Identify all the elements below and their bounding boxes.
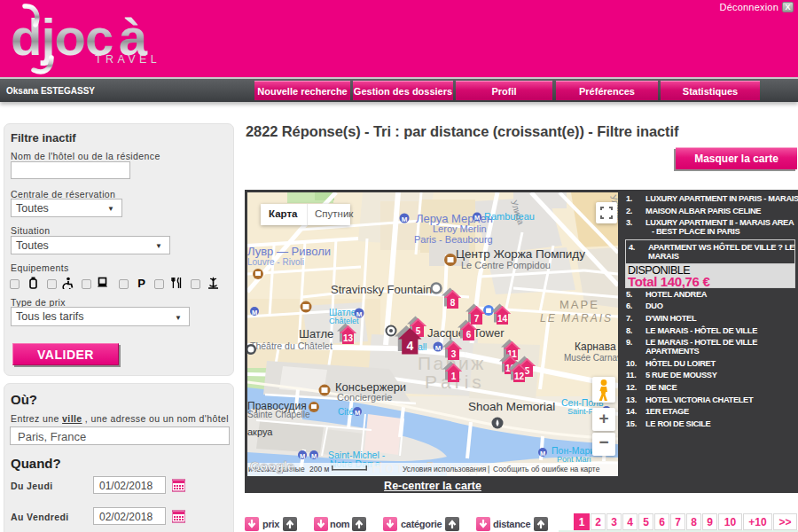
- svg-text:Conciergerie: Conciergerie: [337, 392, 392, 403]
- svg-text:M: M: [356, 310, 363, 318]
- svg-text:Центр Жоржа Помпиду: Центр Жоржа Помпиду: [456, 247, 585, 261]
- svg-text:Stravinsky Fountain: Stravinsky Fountain: [331, 283, 432, 296]
- svg-text:акруа: акруа: [247, 426, 273, 437]
- svg-text:Sainte Chapelle: Sainte Chapelle: [247, 410, 310, 419]
- svg-text:Musée Carnav: Musée Carnav: [564, 353, 618, 363]
- svg-text:M: M: [311, 452, 317, 460]
- svg-text:M: M: [474, 214, 480, 222]
- svg-text:Условия использования: Условия использования: [403, 465, 487, 473]
- svg-text:8: 8: [450, 298, 456, 308]
- svg-text:TRAVEL: TRAVEL: [95, 53, 160, 66]
- svg-text:Leroy Merlin: Leroy Merlin: [433, 223, 487, 234]
- svg-text:Shoah Memorial: Shoah Memorial: [468, 400, 555, 413]
- svg-text:1: 1: [451, 372, 457, 381]
- svg-text:Paris - Beaubourg: Paris - Beaubourg: [414, 234, 493, 245]
- svg-text:6: 6: [466, 330, 472, 340]
- svg-text:Le Centre Pompidou: Le Centre Pompidou: [461, 260, 551, 270]
- svg-text:M: M: [355, 409, 360, 417]
- svg-text:Châtelet: Châtelet: [329, 317, 359, 325]
- svg-text:14: 14: [497, 314, 508, 324]
- svg-text:M: M: [540, 450, 545, 458]
- svg-text:200 м: 200 м: [309, 465, 330, 473]
- svg-text:Cité: Cité: [338, 407, 354, 417]
- svg-text:5: 5: [416, 326, 421, 336]
- svg-text:LE MARAIS: LE MARAIS: [540, 312, 613, 325]
- svg-text:Карнава: Карнава: [575, 340, 616, 353]
- svg-text:Théâtre du Châtelet: Théâtre du Châtelet: [250, 340, 332, 351]
- svg-text:МАРЕ: МАРЕ: [559, 298, 599, 311]
- svg-text:Сообщить об ошибке на карте: Сообщить об ошибке на карте: [493, 465, 600, 473]
- svg-text:4: 4: [406, 339, 413, 353]
- svg-text:13: 13: [343, 333, 354, 343]
- svg-text:M: M: [300, 452, 305, 460]
- svg-text:M: M: [435, 344, 442, 352]
- svg-text:12: 12: [514, 372, 525, 381]
- svg-text:Шатле: Шатле: [299, 327, 333, 340]
- svg-text:P: P: [137, 277, 145, 289]
- svg-text:M: M: [402, 215, 408, 223]
- svg-text:Google: Google: [250, 459, 294, 473]
- svg-text:Лувр — Риволи: Лувр — Риволи: [247, 245, 331, 258]
- svg-text:Rambuteau: Rambuteau: [484, 211, 535, 222]
- svg-text:Louvre - Rivoli: Louvre - Rivoli: [247, 257, 304, 267]
- svg-text:|: |: [488, 465, 489, 473]
- svg-text:M: M: [252, 309, 257, 317]
- svg-text:7: 7: [474, 314, 480, 324]
- svg-text:Pont Mari: Pont Mari: [557, 455, 591, 464]
- svg-text:3: 3: [451, 349, 457, 359]
